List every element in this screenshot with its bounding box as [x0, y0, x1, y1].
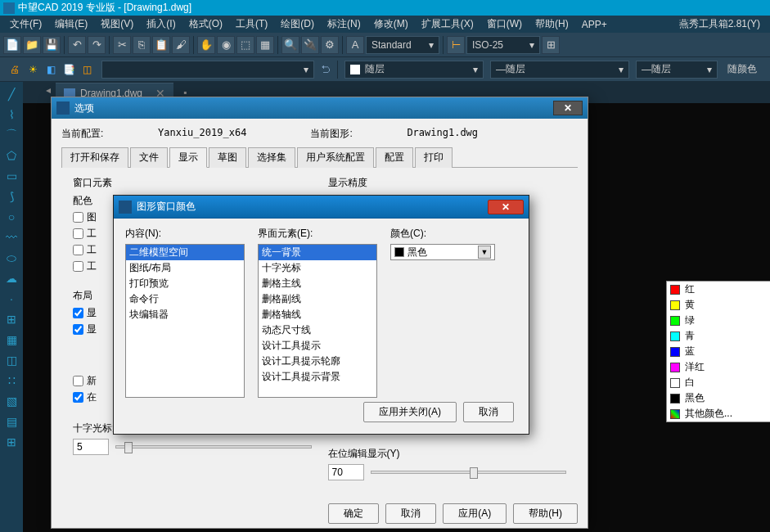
- cancel-button[interactable]: 取消: [385, 503, 436, 524]
- checkbox[interactable]: [73, 261, 83, 272]
- checkbox[interactable]: [73, 308, 83, 318]
- dim-style-icon[interactable]: ⊢: [447, 36, 465, 54]
- layer-current-dropdown[interactable]: ▾: [101, 61, 314, 79]
- checkbox[interactable]: [73, 245, 83, 255]
- slider-track[interactable]: [371, 471, 567, 474]
- linetype-bylayer-dropdown[interactable]: — 随层▾: [490, 61, 629, 79]
- menu-window[interactable]: 窗口(W): [480, 17, 529, 31]
- arc-icon[interactable]: ⌒: [2, 126, 20, 144]
- layer-icon[interactable]: 📑: [61, 61, 77, 78]
- lineweight-bylayer-dropdown[interactable]: — 随层▾: [636, 61, 718, 79]
- list-item[interactable]: 二维模型空间: [126, 245, 244, 260]
- tool-icon[interactable]: ◉: [217, 36, 235, 54]
- checkbox[interactable]: [73, 228, 83, 239]
- redo-icon[interactable]: ↷: [88, 36, 106, 54]
- text-style-icon[interactable]: A: [346, 36, 364, 54]
- list-item[interactable]: 删格轴线: [259, 307, 376, 322]
- arc2-icon[interactable]: ⟆: [2, 187, 20, 205]
- menu-tools[interactable]: 工具(T): [229, 17, 274, 31]
- checkbox[interactable]: [73, 212, 83, 223]
- color-icon[interactable]: ◧: [43, 61, 59, 78]
- apply-button[interactable]: 应用(A): [443, 503, 507, 524]
- save-icon[interactable]: 💾: [43, 36, 61, 54]
- region-icon[interactable]: ▧: [2, 392, 20, 410]
- ok-button[interactable]: 确定: [328, 503, 379, 524]
- layer-icon[interactable]: 🖨: [7, 61, 23, 78]
- dim-style-dropdown[interactable]: ISO-25▾: [466, 36, 540, 54]
- tab-user[interactable]: 用户系统配置: [297, 147, 374, 168]
- cross-size-input[interactable]: [73, 439, 109, 455]
- sun-icon[interactable]: ☀: [25, 61, 41, 78]
- line-icon[interactable]: ╱: [2, 85, 20, 103]
- color-option[interactable]: 绿: [667, 313, 770, 328]
- checkbox[interactable]: [73, 392, 83, 403]
- table-icon[interactable]: ▤: [2, 413, 20, 431]
- color-option[interactable]: 红: [667, 282, 770, 297]
- list-item[interactable]: 命令行: [126, 291, 244, 307]
- tab-select[interactable]: 选择集: [248, 147, 295, 168]
- tab-profile[interactable]: 配置: [376, 147, 413, 168]
- color-option[interactable]: 黑色: [667, 390, 770, 406]
- checkbox[interactable]: [73, 376, 83, 386]
- tool-icon[interactable]: 🔌: [301, 36, 319, 54]
- list-item[interactable]: 动态尺寸线: [259, 322, 376, 338]
- open-icon[interactable]: 📁: [23, 36, 41, 54]
- tab-draft[interactable]: 草图: [209, 147, 246, 168]
- list-item[interactable]: 设计工具提示: [259, 338, 376, 354]
- layer-prev-icon[interactable]: ⮌: [321, 64, 331, 75]
- list-item[interactable]: 十字光标: [259, 260, 376, 276]
- menu-express[interactable]: 扩展工具(X): [415, 17, 480, 31]
- ellipse-icon[interactable]: ⬭: [2, 249, 20, 267]
- menu-help[interactable]: 帮助(H): [529, 17, 575, 31]
- color-combobox[interactable]: 黑色 ▼: [390, 244, 495, 260]
- tool-icon[interactable]: ⬚: [236, 36, 254, 54]
- tool-icon[interactable]: ⊞: [542, 36, 560, 54]
- list-item[interactable]: 设计工具提示轮廓: [259, 354, 376, 369]
- polygon-icon[interactable]: ⬠: [2, 147, 20, 165]
- by-color-label[interactable]: 随颜色: [724, 62, 760, 76]
- color-option[interactable]: 白: [667, 375, 770, 390]
- color-option[interactable]: 其他颜色...: [667, 406, 770, 422]
- hatch-icon[interactable]: ▦: [2, 331, 20, 349]
- menu-yanxiu[interactable]: 燕秀工具箱2.81(Y): [673, 17, 767, 31]
- color-option[interactable]: 洋红: [667, 359, 770, 375]
- menu-app[interactable]: APP+: [575, 19, 614, 30]
- gradient-icon[interactable]: ◫: [2, 351, 20, 369]
- color-dialog-titlebar[interactable]: 图形窗口颜色 ✕: [114, 196, 529, 219]
- tab-file[interactable]: 文件: [130, 147, 168, 168]
- checkbox[interactable]: [73, 324, 83, 335]
- menu-insert[interactable]: 插入(I): [140, 17, 182, 31]
- help-button[interactable]: 帮助(H): [513, 503, 578, 524]
- zoom-icon[interactable]: 🔍: [281, 36, 299, 54]
- tab-print[interactable]: 打印: [415, 147, 453, 168]
- close-button[interactable]: ✕: [553, 101, 583, 115]
- paste-icon[interactable]: 📋: [152, 36, 170, 54]
- color-bylayer-dropdown[interactable]: 随层▾: [344, 61, 484, 79]
- grid-icon[interactable]: ⊞: [2, 433, 20, 451]
- slider-thumb[interactable]: [124, 442, 133, 453]
- list-item[interactable]: 图纸/布局: [126, 260, 244, 276]
- cancel-button[interactable]: 取消: [463, 402, 514, 422]
- options-dialog-titlebar[interactable]: 选项 ✕: [52, 97, 588, 119]
- ui-elements-listbox[interactable]: 统一背景 十字光标 删格主线 删格副线 删格轴线 动态尺寸线 设计工具提示 设计…: [258, 244, 377, 398]
- content-listbox[interactable]: 二维模型空间 图纸/布局 打印预览 命令行 块编辑器: [125, 244, 245, 398]
- text-style-dropdown[interactable]: Standard▾: [366, 36, 439, 54]
- circle-icon[interactable]: ○: [2, 208, 20, 226]
- point-icon[interactable]: ·: [2, 290, 20, 308]
- menu-draw[interactable]: 绘图(D): [274, 17, 321, 31]
- layer-icon[interactable]: ◫: [79, 61, 95, 78]
- tool-icon[interactable]: ▦: [256, 36, 274, 54]
- menu-format[interactable]: 格式(O): [182, 17, 229, 31]
- color-option[interactable]: 蓝: [667, 344, 770, 359]
- list-item[interactable]: 打印预览: [126, 276, 244, 291]
- menu-view[interactable]: 视图(V): [94, 17, 140, 31]
- menu-file[interactable]: 文件(F): [3, 17, 48, 31]
- color-option[interactable]: 黄: [667, 297, 770, 313]
- menu-edit[interactable]: 编辑(E): [48, 17, 94, 31]
- close-button[interactable]: ✕: [488, 200, 524, 214]
- slider-track[interactable]: [115, 445, 312, 449]
- scatter-icon[interactable]: ∷: [2, 372, 20, 390]
- menu-dimension[interactable]: 标注(N): [321, 17, 367, 31]
- tab-nav-left-icon[interactable]: ◂: [46, 84, 51, 96]
- spline-icon[interactable]: 〰: [2, 228, 20, 246]
